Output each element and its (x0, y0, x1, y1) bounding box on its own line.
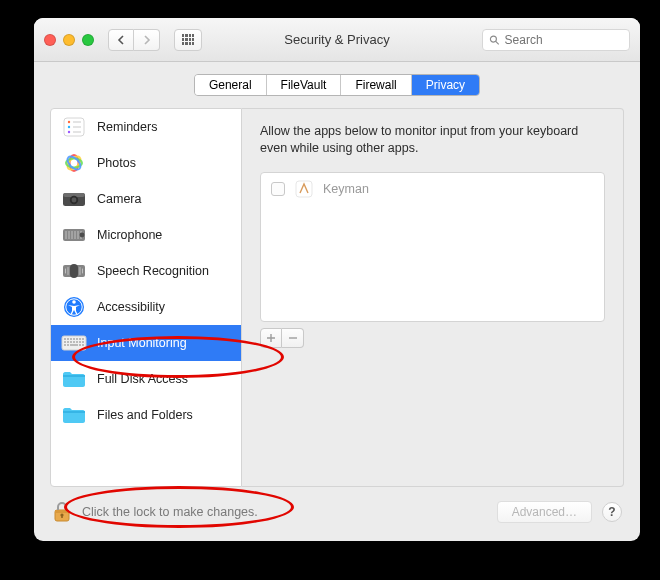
chevron-left-icon (117, 35, 125, 45)
add-remove-buttons (260, 328, 605, 348)
svg-rect-60 (61, 515, 63, 518)
svg-rect-50 (67, 344, 69, 346)
minimize-window-button[interactable] (63, 34, 75, 46)
search-icon (489, 34, 500, 46)
svg-rect-54 (63, 375, 85, 377)
svg-point-3 (68, 121, 70, 123)
svg-point-4 (68, 126, 70, 128)
microphone-icon (61, 224, 87, 246)
forward-button[interactable] (134, 29, 160, 51)
tab-filevault[interactable]: FileVault (267, 75, 342, 95)
lock-hint-text: Click the lock to make changes. (82, 505, 258, 519)
search-input[interactable] (505, 33, 623, 47)
sidebar-item-label: Files and Folders (97, 408, 193, 422)
reminders-icon (61, 116, 87, 138)
svg-rect-40 (79, 338, 81, 340)
titlebar: Security & Privacy (34, 18, 640, 62)
sidebar-item-speech-recognition[interactable]: Speech Recognition (51, 253, 241, 289)
detail-pane: Allow the apps below to monitor input fr… (242, 108, 624, 487)
keyboard-icon (61, 332, 87, 354)
tab-segment: General FileVault Firewall Privacy (194, 74, 480, 96)
sidebar-item-label: Microphone (97, 228, 162, 242)
sidebar-item-label: Speech Recognition (97, 264, 209, 278)
app-row[interactable]: Keyman (261, 173, 604, 205)
sidebar-item-label: Camera (97, 192, 141, 206)
svg-rect-26 (70, 264, 78, 278)
svg-rect-55 (63, 411, 85, 413)
show-all-button[interactable] (174, 29, 202, 51)
svg-rect-37 (70, 338, 72, 340)
sidebar-item-photos[interactable]: Photos (51, 145, 241, 181)
app-icon (295, 180, 313, 198)
sidebar-item-label: Reminders (97, 120, 157, 134)
close-window-button[interactable] (44, 34, 56, 46)
app-name: Keyman (323, 182, 369, 196)
svg-rect-41 (82, 338, 84, 340)
photos-icon (61, 152, 87, 174)
svg-point-33 (72, 300, 76, 304)
svg-rect-47 (79, 341, 81, 343)
sidebar-item-camera[interactable]: Camera (51, 181, 241, 217)
remove-app-button[interactable] (282, 328, 304, 348)
preferences-window: Security & Privacy General FileVault Fir… (34, 18, 640, 541)
minus-icon (288, 333, 298, 343)
svg-rect-44 (70, 341, 72, 343)
svg-rect-49 (64, 344, 66, 346)
sidebar-item-microphone[interactable]: Microphone (51, 217, 241, 253)
detail-description: Allow the apps below to monitor input fr… (260, 123, 605, 158)
tab-firewall[interactable]: Firewall (341, 75, 411, 95)
sidebar-item-accessibility[interactable]: Accessibility (51, 289, 241, 325)
camera-icon (61, 188, 87, 210)
folder-icon (61, 368, 87, 390)
allowed-apps-list[interactable]: Keyman (260, 172, 605, 322)
content-area: Reminders Photos Camera Microphone (34, 96, 640, 487)
svg-rect-35 (64, 338, 66, 340)
svg-rect-58 (55, 510, 69, 513)
back-button[interactable] (108, 29, 134, 51)
sidebar-item-files-and-folders[interactable]: Files and Folders (51, 397, 241, 433)
folder-icon (61, 404, 87, 426)
plus-icon (266, 333, 276, 343)
tab-bar: General FileVault Firewall Privacy (34, 62, 640, 96)
app-checkbox[interactable] (271, 182, 285, 196)
svg-rect-38 (73, 338, 75, 340)
sidebar-item-label: Full Disk Access (97, 372, 188, 386)
speech-icon (61, 260, 87, 282)
svg-point-5 (68, 131, 70, 133)
lock-icon[interactable] (52, 501, 72, 523)
svg-rect-48 (82, 341, 84, 343)
add-app-button[interactable] (260, 328, 282, 348)
svg-rect-51 (70, 344, 78, 346)
svg-rect-53 (82, 344, 84, 346)
nav-buttons (108, 29, 160, 51)
svg-rect-43 (67, 341, 69, 343)
tab-privacy[interactable]: Privacy (412, 75, 479, 95)
svg-rect-39 (76, 338, 78, 340)
sidebar-item-label: Input Monitoring (97, 336, 187, 350)
privacy-category-list[interactable]: Reminders Photos Camera Microphone (50, 108, 242, 487)
sidebar-item-input-monitoring[interactable]: Input Monitoring (51, 325, 241, 361)
svg-line-1 (496, 41, 499, 44)
footer: Click the lock to make changes. Advanced… (34, 487, 640, 541)
svg-rect-52 (79, 344, 81, 346)
help-button[interactable]: ? (602, 502, 622, 522)
tab-general[interactable]: General (195, 75, 267, 95)
sidebar-item-label: Accessibility (97, 300, 165, 314)
sidebar-item-reminders[interactable]: Reminders (51, 109, 241, 145)
svg-point-16 (72, 198, 77, 203)
search-field[interactable] (482, 29, 630, 51)
sidebar-item-full-disk-access[interactable]: Full Disk Access (51, 361, 241, 397)
window-controls (44, 34, 94, 46)
advanced-button[interactable]: Advanced… (497, 501, 592, 523)
grid-icon (182, 34, 194, 46)
svg-rect-42 (64, 341, 66, 343)
svg-rect-45 (73, 341, 75, 343)
sidebar-item-label: Photos (97, 156, 136, 170)
zoom-window-button[interactable] (82, 34, 94, 46)
svg-point-0 (490, 36, 496, 42)
svg-point-24 (80, 233, 85, 238)
chevron-right-icon (143, 35, 151, 45)
svg-rect-46 (76, 341, 78, 343)
accessibility-icon (61, 296, 87, 318)
svg-rect-36 (67, 338, 69, 340)
